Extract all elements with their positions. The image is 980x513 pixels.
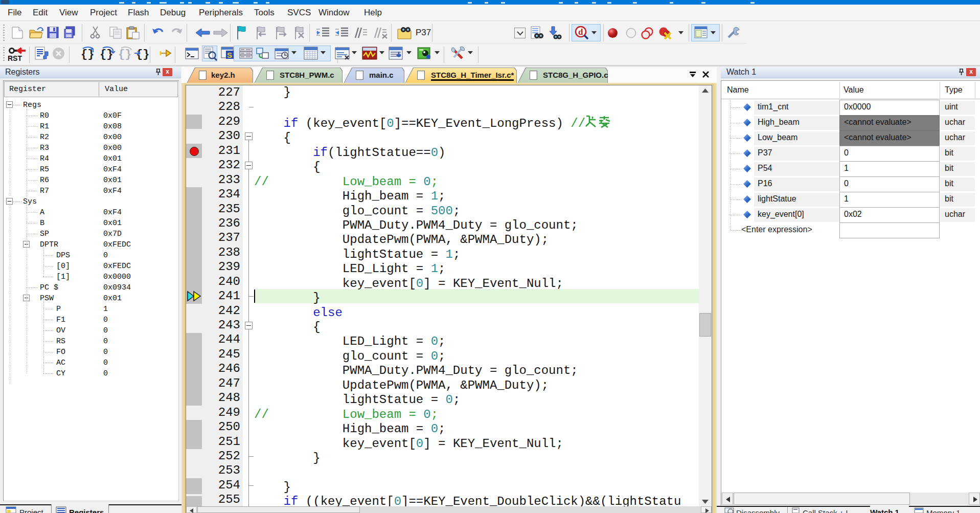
- svg-text:d: d: [578, 27, 583, 37]
- svg-text:S: S: [227, 51, 232, 59]
- svg-text:{}: {}: [81, 48, 94, 61]
- svg-text:{}: {}: [100, 48, 113, 61]
- svg-text:{}: {}: [118, 48, 131, 61]
